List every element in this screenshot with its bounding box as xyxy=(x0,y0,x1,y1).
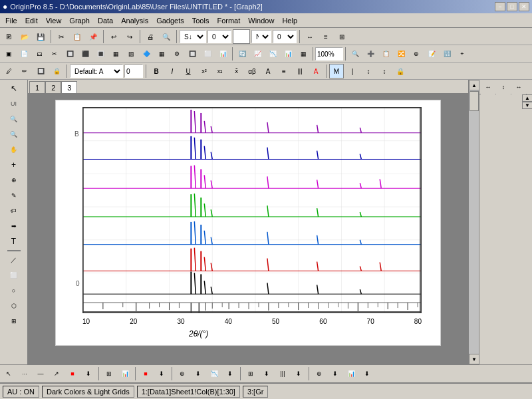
underline-button[interactable]: U xyxy=(181,64,196,78)
text-btn2[interactable]: ✏ xyxy=(17,64,32,78)
tb2-btn16[interactable]: 🔄 xyxy=(235,47,249,61)
rotate-btn[interactable]: | xyxy=(345,64,360,78)
lock-btn[interactable]: 🔒 xyxy=(393,64,408,78)
bottom-btn21[interactable]: 📊 xyxy=(344,366,358,381)
bottom-btn5[interactable]: ■ xyxy=(65,366,80,381)
tb2-btn18[interactable]: 📉 xyxy=(265,47,280,61)
minimize-button[interactable]: − xyxy=(495,2,505,11)
graph-btn1[interactable]: ↔ xyxy=(303,29,317,44)
pan-tool[interactable]: ✋ xyxy=(7,142,21,157)
plot-area[interactable] xyxy=(82,107,422,313)
right-btn2[interactable]: ↕ xyxy=(496,80,511,94)
annotate-tool[interactable]: ✎ xyxy=(7,188,21,203)
new-button[interactable]: 🖹 xyxy=(1,29,16,44)
menu-window[interactable]: Window xyxy=(244,15,278,26)
tb2-btn19[interactable]: 📊 xyxy=(281,47,295,61)
text-tool[interactable]: T xyxy=(7,234,21,249)
color-text-button[interactable]: A xyxy=(309,64,323,78)
menu-help[interactable]: Help xyxy=(278,15,301,26)
right-btn1[interactable]: ↔ xyxy=(481,80,495,94)
align-button[interactable]: ≡ xyxy=(277,64,291,78)
arrow-tool[interactable]: ➡ xyxy=(7,219,21,233)
bottom-btn19[interactable]: ⊕ xyxy=(312,366,327,381)
tb2-btn15[interactable]: 📊 xyxy=(215,47,230,61)
tb2-btn7[interactable]: 🔳 xyxy=(93,47,108,61)
scroll-down-button[interactable]: ▼ xyxy=(469,354,479,364)
tab-1[interactable]: 1 xyxy=(29,81,45,93)
line-tool[interactable]: ／ xyxy=(7,253,21,267)
bottom-btn11[interactable]: ⊕ xyxy=(175,366,190,381)
cut-button[interactable]: ✂ xyxy=(54,29,68,44)
menu-view[interactable]: View xyxy=(42,15,66,26)
right-scroll-up[interactable]: ▲ xyxy=(522,94,532,102)
bottom-btn7[interactable]: ⊞ xyxy=(102,366,116,381)
text-btn4[interactable]: 🔒 xyxy=(49,64,64,78)
circle-tool[interactable]: ○ xyxy=(7,283,21,298)
strikethrough-button[interactable]: x̄ xyxy=(229,64,243,78)
tb2-btn28[interactable]: + xyxy=(455,47,469,61)
menu-data[interactable]: Data xyxy=(94,15,117,26)
greek-button[interactable]: αβ xyxy=(245,64,259,78)
tb2-btn23[interactable]: 📋 xyxy=(378,47,393,61)
bottom-btn1[interactable]: ↖ xyxy=(1,366,16,381)
bottom-btn18[interactable]: ⬇ xyxy=(291,366,306,381)
tb2-btn5[interactable]: 🔲 xyxy=(63,47,77,61)
graph-btn2[interactable]: ≡ xyxy=(319,29,333,44)
zoom-button[interactable]: 🔍 xyxy=(159,29,174,44)
close-button[interactable]: ✕ xyxy=(519,2,529,11)
bottom-btn4[interactable]: ↗ xyxy=(49,366,64,381)
paste-button[interactable]: 📌 xyxy=(86,29,100,44)
bottom-btn3[interactable]: — xyxy=(33,366,48,381)
scroll-track[interactable] xyxy=(469,90,479,354)
menu-analysis[interactable]: Analysis xyxy=(117,15,152,26)
menu-gadgets[interactable]: Gadgets xyxy=(152,15,188,26)
bottom-btn2[interactable]: ··· xyxy=(17,366,32,381)
bottom-btn13[interactable]: 📉 xyxy=(207,366,221,381)
select-tool[interactable]: ↖ xyxy=(7,81,21,96)
tb2-btn20[interactable]: ▦ xyxy=(296,47,311,61)
region-tool[interactable]: ⊞ xyxy=(7,314,21,329)
superscript-button[interactable]: x² xyxy=(197,64,211,78)
tb2-btn8[interactable]: ▦ xyxy=(108,47,123,61)
color-box[interactable] xyxy=(233,29,250,44)
bottom-btn14[interactable]: ⬇ xyxy=(223,366,237,381)
print-button[interactable]: 🖨 xyxy=(143,29,158,44)
cursor-mode-btn[interactable]: M xyxy=(329,64,344,78)
bottom-btn12[interactable]: ⬇ xyxy=(191,366,205,381)
graph-btn3[interactable]: ⊞ xyxy=(334,29,349,44)
subscript-button[interactable]: x₂ xyxy=(213,64,227,78)
label-tool[interactable]: 🏷 xyxy=(7,203,21,218)
bottom-btn16[interactable]: ⬇ xyxy=(259,366,274,381)
text-btn3[interactable]: 🔲 xyxy=(33,64,48,78)
tb2-btn14[interactable]: ⬜ xyxy=(200,47,215,61)
scroll-up-button[interactable]: ▲ xyxy=(469,80,479,90)
tb2-btn6[interactable]: ⬛ xyxy=(78,47,92,61)
tb2-btn2[interactable]: 📄 xyxy=(17,47,31,61)
tab-3[interactable]: 3 xyxy=(61,81,77,93)
bottom-btn17[interactable]: ||| xyxy=(275,366,290,381)
tb2-btn4[interactable]: ✂ xyxy=(47,47,62,61)
italic-button[interactable]: I xyxy=(165,64,180,78)
tb2-btn21[interactable]: 🔍 xyxy=(348,47,362,61)
tb2-btn3[interactable]: 🗂 xyxy=(32,47,47,61)
n-select[interactable]: N xyxy=(251,30,271,43)
undo-button[interactable]: ↩ xyxy=(106,29,121,44)
menu-edit[interactable]: Edit xyxy=(21,15,42,26)
open-button[interactable]: 📂 xyxy=(17,29,32,44)
bottom-btn8[interactable]: 📊 xyxy=(118,366,132,381)
bottom-btn9[interactable]: ■ xyxy=(138,366,153,381)
menu-format[interactable]: Format xyxy=(213,15,244,26)
menu-file[interactable]: File xyxy=(1,15,21,26)
font-family-select[interactable]: Default: A xyxy=(70,65,123,78)
right-scroll-down[interactable]: ▼ xyxy=(522,102,532,109)
right-btn3[interactable]: ↔ xyxy=(511,80,526,94)
poly-tool[interactable]: ⬡ xyxy=(7,299,21,313)
num-select[interactable]: 0 xyxy=(273,30,297,43)
crosshair-tool[interactable]: + xyxy=(7,158,21,172)
tb2-btn22[interactable]: ➕ xyxy=(363,47,378,61)
bottom-btn20[interactable]: ⬇ xyxy=(328,366,342,381)
zoom-in-tool[interactable]: 🔍 xyxy=(7,112,21,126)
tb2-btn27[interactable]: 🔢 xyxy=(440,47,454,61)
line-style-select[interactable]: S↓ xyxy=(180,30,206,43)
bottom-btn22[interactable]: ⬇ xyxy=(360,366,374,381)
